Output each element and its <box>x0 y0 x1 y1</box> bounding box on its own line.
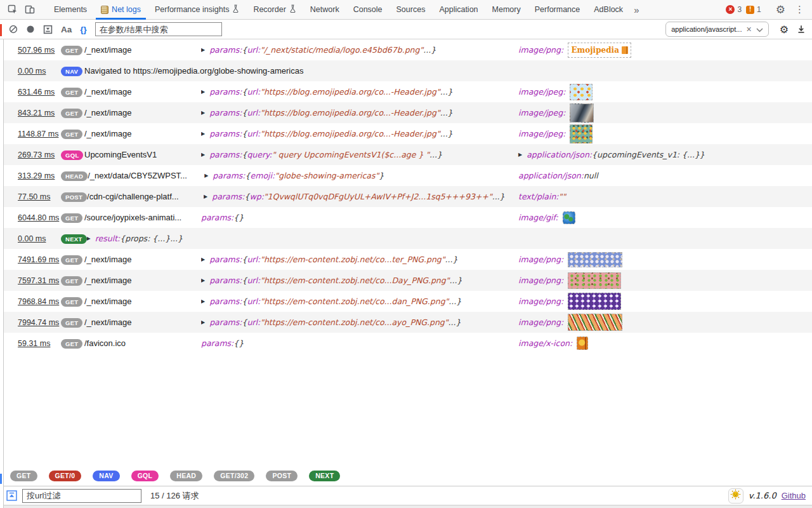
tab-console[interactable]: Console <box>346 0 390 20</box>
request-path: /_next/image <box>84 87 201 97</box>
filter-nav-button[interactable]: NAV <box>93 471 119 482</box>
expand-params-icon[interactable]: ▶ <box>204 194 207 199</box>
request-path: /_next/data/CBY5ZWPST... <box>88 171 204 180</box>
emojipedia-logo-text: Emojipedia <box>571 46 619 55</box>
tab-adblock[interactable]: AdBlock <box>587 0 630 20</box>
filter-gql-button[interactable]: GQL <box>131 471 159 482</box>
theme-sun-button[interactable] <box>728 488 743 504</box>
response-cell: image/png: <box>518 291 621 312</box>
tab-application[interactable]: Application <box>432 0 485 20</box>
format-braces-icon[interactable]: {} <box>80 25 87 34</box>
url-filter-input[interactable] <box>22 489 141 503</box>
clear-filter-icon[interactable]: × <box>746 25 751 34</box>
type-filter-value: application/javascript... <box>671 25 742 33</box>
expand-params-icon[interactable]: ▶ <box>201 152 205 157</box>
response-cell: image/gif: <box>518 207 575 228</box>
expand-params-icon[interactable]: ▶ <box>201 110 205 116</box>
device-toolbar-icon[interactable] <box>21 1 38 18</box>
blog-emoji-collage-preview[interactable] <box>570 84 593 100</box>
download-icon[interactable] <box>797 25 806 34</box>
request-params: ▶params: {url: "https://blog.emojipedia.… <box>201 108 453 117</box>
expand-params-icon[interactable]: ▶ <box>87 236 91 241</box>
more-tabs-icon[interactable]: » <box>634 4 639 15</box>
netlogs-settings-gear-icon[interactable]: ⚙ <box>780 23 789 36</box>
request-time-link[interactable]: 59.31 ms <box>18 339 61 348</box>
filter-next-button[interactable]: NEXT <box>309 471 340 482</box>
devtools-tabs: ElementsNet logsPerformance insightsReco… <box>47 0 630 20</box>
request-time-link[interactable]: 7968.84 ms <box>18 297 61 306</box>
request-time-link[interactable]: 631.46 ms <box>18 88 61 97</box>
expand-params-icon[interactable]: ▶ <box>201 257 205 262</box>
expand-params-icon[interactable]: ▶ <box>204 173 208 178</box>
clear-log-icon[interactable] <box>9 25 18 34</box>
menu-dots-icon[interactable]: ⋮ <box>792 4 807 15</box>
request-time-link[interactable]: 6044.80 ms <box>18 213 61 222</box>
expand-params-icon[interactable]: ▶ <box>201 298 205 304</box>
request-time-link[interactable]: 313.29 ms <box>18 171 61 180</box>
tab-network[interactable]: Network <box>303 0 346 20</box>
ramadan-banner-preview[interactable] <box>568 293 621 310</box>
expand-params-icon[interactable]: ▶ <box>201 89 205 95</box>
tab-performance-insights[interactable]: Performance insights <box>148 0 246 20</box>
expand-params-icon[interactable]: ▶ <box>201 319 205 325</box>
method-badge: GET <box>61 255 82 265</box>
nav-message: Navigated to https://emojipedia.org/glob… <box>84 66 303 76</box>
tab-sources[interactable]: Sources <box>390 0 433 20</box>
globe-gif-preview[interactable] <box>563 211 575 224</box>
github-link[interactable]: Github <box>782 491 806 500</box>
request-time-link[interactable]: 0.00 ms <box>18 234 61 243</box>
tab-label: Network <box>310 5 339 14</box>
tab-memory[interactable]: Memory <box>485 0 528 20</box>
tab-elements[interactable]: Elements <box>47 0 94 20</box>
mayo-banner-preview[interactable] <box>568 314 622 331</box>
inspect-element-icon[interactable] <box>4 1 21 18</box>
page-edge-red-sliver <box>0 24 2 36</box>
blog-phone-photo-preview[interactable] <box>570 104 594 123</box>
request-time-link[interactable]: 0.00 ms <box>18 67 61 76</box>
error-count-badge[interactable]: × 3 <box>726 5 742 14</box>
filter-get-302-button[interactable]: GET/302 <box>214 471 254 482</box>
settings-gear-icon[interactable]: ⚙ <box>776 4 785 15</box>
expand-params-icon[interactable]: ▶ <box>201 131 205 137</box>
response-type-filter[interactable]: application/javascript... × <box>665 22 768 37</box>
filter-post-button[interactable]: POST <box>266 471 298 482</box>
request-time-link[interactable]: 843.21 ms <box>18 109 61 117</box>
match-case-icon[interactable]: Aa <box>61 25 72 34</box>
filter-head-button[interactable]: HEAD <box>170 471 202 482</box>
request-path: /_next/image <box>84 276 201 285</box>
tab-recorder[interactable]: Recorder <box>246 0 303 20</box>
search-input[interactable] <box>95 22 222 36</box>
tab-label: Application <box>439 5 478 14</box>
request-path: /_next/image <box>84 129 201 138</box>
expand-params-icon[interactable]: ▶ <box>201 277 205 283</box>
tab-net-logs[interactable]: Net logs <box>94 0 148 20</box>
favicon-book-preview[interactable] <box>577 337 588 350</box>
request-params: ▶params: {url: "https://em-content.zobj.… <box>201 276 462 285</box>
scroll-to-top-icon[interactable] <box>6 490 17 501</box>
request-time-link[interactable]: 1148.87 ms <box>18 130 61 138</box>
filter-get-button[interactable]: GET <box>10 471 37 482</box>
netlogs-toolbar: Aa {} application/javascript... × ⚙ <box>0 20 812 39</box>
method-badge: GET <box>61 46 82 55</box>
response-cell: image/jpeg: <box>518 81 593 102</box>
emojipedia-logo-preview[interactable]: Emojipedia <box>568 43 631 58</box>
expand-params-icon[interactable]: ▶ <box>201 47 205 53</box>
chevron-down-icon[interactable] <box>756 23 763 35</box>
request-time-link[interactable]: 269.73 ms <box>18 150 61 159</box>
collapse-all-icon[interactable] <box>43 25 53 34</box>
request-time-link[interactable]: 7597.31 ms <box>18 276 61 285</box>
blog-teal-collage-preview[interactable] <box>570 124 593 144</box>
warning-count-badge[interactable]: ! 1 <box>746 5 761 14</box>
request-time-link[interactable]: 507.96 ms <box>18 46 61 55</box>
request-time-link[interactable]: 7994.74 ms <box>18 318 61 327</box>
expand-response-icon[interactable]: ▶ <box>518 152 522 157</box>
filter-get-0-button[interactable]: GET/0 <box>49 471 82 482</box>
record-icon[interactable] <box>26 25 35 34</box>
request-time-link[interactable]: 77.50 ms <box>18 192 61 201</box>
tab-performance[interactable]: Performance <box>528 0 587 20</box>
request-time-link[interactable]: 7491.69 ms <box>18 255 61 264</box>
easter-banner-preview[interactable] <box>568 252 622 267</box>
spring-banner-preview[interactable] <box>568 272 621 289</box>
tabbar-right-cluster: × 3 ! 1 ⚙ ⋮ <box>726 4 807 15</box>
request-log-list: 507.96 msGET/_next/image▶params: {url: "… <box>4 39 812 354</box>
